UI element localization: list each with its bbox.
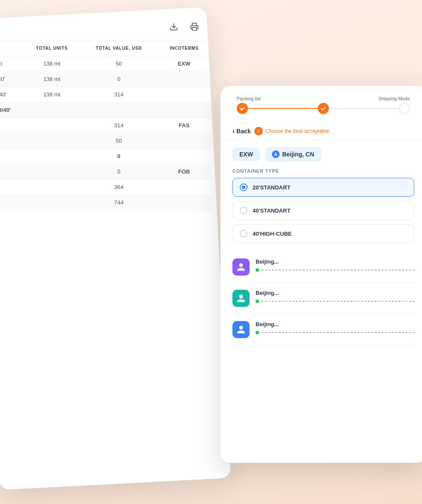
row-incoterm	[157, 102, 211, 118]
row-units: 138 mt	[23, 56, 81, 72]
radio-40std[interactable]	[240, 207, 247, 214]
table-row: t 138 mt 50 EXW	[0, 56, 211, 72]
route-dash-1	[262, 270, 414, 270]
row-label: 40'	[0, 72, 23, 87]
row-label	[0, 118, 23, 133]
carrier-avatar-1	[232, 258, 250, 276]
carrier-name-1: Beijing...	[256, 258, 414, 265]
warning-icon: !	[254, 127, 263, 135]
table-row: 744	[0, 195, 211, 210]
route-dot-start-1	[256, 268, 259, 272]
row-value: 314	[81, 118, 157, 133]
row-value: 744	[81, 195, 157, 210]
row-units	[23, 118, 81, 133]
incoterms-location-row: EXW A Beijing, CN	[220, 147, 422, 168]
row-label	[0, 195, 23, 210]
row-value: 50	[81, 133, 157, 149]
row-units: 138 mt	[23, 72, 81, 87]
option-label-20std: 20'STANDART	[253, 184, 290, 191]
back-button[interactable]: ‹ Back	[232, 127, 251, 135]
carrier-info-2: Beijing...	[256, 290, 414, 303]
row-units	[23, 164, 81, 180]
table-row: 18 t/40'	[0, 102, 211, 118]
row-incoterm: EXW	[157, 56, 211, 72]
carrier-avatar-3	[232, 321, 250, 338]
svg-rect-1	[192, 27, 196, 30]
route-dash-3	[262, 332, 414, 333]
shipping-item-1: Beijing...	[232, 252, 414, 283]
download-icon[interactable]	[167, 20, 181, 33]
shipping-results-scroll: Beijing... Beijing.	[220, 252, 422, 345]
table-row: 50	[0, 133, 211, 149]
col-total-units-header: TOTAL UNITS	[23, 41, 81, 56]
left-card: TOTAL UNITS TOTAL VALUE, USD INCOTERMS t…	[0, 7, 231, 490]
col-label-header	[0, 41, 23, 56]
option-label-40hc: 40'HIGH-CUBE	[253, 231, 292, 237]
shipping-results: Beijing... Beijing.	[220, 252, 422, 345]
col-incoterms-header: INCOTERMS	[157, 41, 211, 56]
row-units	[23, 180, 81, 195]
row-value: 0	[81, 72, 157, 87]
row-value: 364	[81, 180, 157, 195]
table-row: 314 FAS	[0, 118, 211, 133]
container-option-40hc[interactable]: 40'HIGH-CUBE	[232, 224, 414, 243]
carrier-avatar-2	[232, 290, 250, 307]
location-chip: A Beijing, CN	[265, 147, 321, 162]
radio-20std[interactable]	[240, 183, 247, 191]
col-total-value-header: TOTAL VALUE, USD	[81, 41, 157, 56]
row-units	[23, 149, 81, 164]
row-units	[23, 195, 81, 210]
row-label	[0, 133, 23, 149]
option-label-40std: 40'STANDART	[253, 207, 290, 214]
radio-40hc[interactable]	[240, 230, 247, 237]
row-value: 0	[81, 164, 157, 180]
step-connector-2	[329, 108, 399, 109]
table-row: 40' 138 mt 0	[0, 72, 211, 87]
location-marker: A	[272, 150, 280, 158]
carrier-name-2: Beijing...	[256, 290, 414, 296]
container-option-40std[interactable]: 40'STANDART	[232, 201, 414, 220]
row-incoterm	[157, 149, 211, 164]
route-line-1	[256, 268, 414, 272]
table-row: 364	[0, 180, 211, 195]
row-units	[23, 133, 81, 149]
toolbar-row	[0, 13, 211, 41]
table-row: t/40' 138 mt 314	[0, 87, 211, 102]
row-units: 138 mt	[23, 87, 81, 102]
row-value: 0	[81, 149, 157, 164]
row-value: 50	[81, 56, 157, 72]
row-incoterm	[157, 87, 211, 102]
warning-text: Choose the best acceptable	[265, 128, 329, 134]
row-incoterm: FAS	[157, 118, 211, 133]
carrier-info-1: Beijing...	[256, 258, 414, 272]
warning-badge: ! Choose the best acceptable	[254, 127, 329, 135]
table-row: 0 FOB	[0, 164, 211, 180]
route-line-3	[256, 331, 414, 334]
row-label: t/40'	[0, 87, 23, 102]
container-option-20std[interactable]: 20'STANDART	[232, 178, 414, 197]
right-card: Packing list Shipping Mode	[220, 86, 422, 463]
row-label: 18 t/40'	[0, 102, 23, 118]
data-table: TOTAL UNITS TOTAL VALUE, USD INCOTERMS t…	[0, 41, 211, 210]
step-packing-list-label: Packing list	[237, 96, 261, 101]
container-type-label: CONTAINER TYPE	[220, 168, 422, 178]
step-dot-1	[237, 103, 248, 114]
back-row: ‹ Back ! Choose the best acceptable	[220, 123, 422, 140]
row-label: t	[0, 56, 23, 72]
route-dash-2	[262, 301, 414, 302]
row-label	[0, 149, 23, 164]
row-incoterm	[157, 195, 211, 210]
step-dot-3	[399, 103, 410, 114]
step-shipping-mode-label: Shipping Mode	[379, 96, 410, 101]
location-text: Beijing, CN	[282, 151, 314, 158]
steps-line-row	[232, 103, 414, 114]
step-dot-2	[318, 103, 329, 114]
incoterm-chip: EXW	[232, 147, 260, 161]
print-icon[interactable]	[187, 20, 201, 33]
route-dot-start-2	[256, 300, 259, 303]
route-line-2	[256, 300, 414, 303]
carrier-name-3: Beijing...	[256, 321, 414, 327]
row-incoterm	[157, 72, 211, 87]
container-options: 20'STANDART 40'STANDART 40'HIGH-CUBE	[220, 178, 422, 252]
carrier-info-3: Beijing...	[256, 321, 414, 334]
